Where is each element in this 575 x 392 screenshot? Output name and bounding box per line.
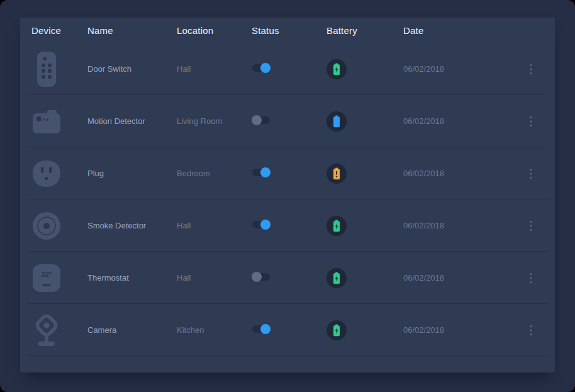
battery-indicator [327, 216, 347, 236]
row-menu-button[interactable] [523, 271, 539, 286]
row-menu-button[interactable] [523, 114, 539, 129]
table-row: Smoke Detector Hall 06/02/2018 [20, 199, 555, 252]
column-header-date: Date [403, 25, 513, 36]
status-toggle[interactable] [252, 167, 271, 177]
camera-icon [31, 313, 62, 348]
column-header-name: Name [87, 25, 177, 36]
table-row: Camera Kitchen 06/02/2018 [20, 304, 555, 356]
row-menu-button[interactable] [523, 166, 539, 181]
panel-bottom-padding [20, 356, 555, 372]
table-row: 32° Thermostat Hall 06/02/2018 [20, 252, 555, 304]
battery-alert-icon [332, 167, 341, 180]
battery-indicator [327, 59, 347, 79]
app-window: Device Name Location Status Battery Date… [0, 0, 575, 392]
device-date: 06/02/2018 [403, 221, 513, 230]
row-menu-button[interactable] [523, 62, 539, 77]
plug-icon [31, 160, 62, 188]
device-location: Hall [177, 221, 252, 230]
table-row: Motion Detector Living Room 06/02/2018 [20, 95, 555, 147]
battery-charging-icon [332, 63, 341, 76]
device-date: 06/02/2018 [403, 273, 513, 283]
battery-charging-icon [332, 272, 341, 284]
battery-indicator [327, 268, 347, 288]
device-date: 06/02/2018 [403, 325, 513, 335]
svg-text:32°: 32° [41, 271, 52, 278]
device-date: 06/02/2018 [403, 169, 513, 178]
table-row: Plug Bedroom 06/02/2018 [20, 147, 555, 199]
device-name: Motion Detector [87, 116, 177, 126]
battery-indicator [327, 320, 347, 340]
battery-charging-icon [332, 220, 341, 232]
row-menu-button[interactable] [523, 323, 539, 338]
device-location: Living Room [177, 116, 252, 126]
device-table-panel: Device Name Location Status Battery Date… [20, 18, 555, 372]
thermostat-icon: 32° [31, 264, 62, 293]
status-toggle[interactable] [252, 324, 271, 334]
battery-indicator [327, 111, 347, 132]
kebab-menu-icon [530, 325, 532, 336]
column-header-battery: Battery [327, 25, 403, 36]
smoke-detector-icon [31, 211, 62, 240]
kebab-menu-icon [530, 168, 532, 179]
device-location: Hall [177, 273, 252, 283]
door-switch-icon [31, 51, 62, 87]
device-date: 06/02/2018 [403, 64, 513, 74]
device-name: Door Switch [87, 64, 177, 74]
device-location: Hall [177, 64, 252, 74]
battery-charging-icon [332, 324, 341, 337]
motion-detector-icon [31, 108, 62, 135]
column-header-device: Device [31, 25, 87, 36]
table-header-row: Device Name Location Status Battery Date [20, 18, 555, 43]
kebab-menu-icon [530, 64, 532, 75]
kebab-menu-icon [530, 220, 532, 232]
device-name: Camera [87, 325, 177, 335]
status-toggle[interactable] [252, 220, 271, 230]
column-header-location: Location [177, 25, 252, 36]
device-name: Smoke Detector [87, 221, 177, 230]
device-location: Kitchen [177, 325, 252, 335]
device-date: 06/02/2018 [403, 116, 513, 126]
device-name: Plug [87, 169, 177, 178]
status-toggle[interactable] [252, 63, 271, 73]
row-menu-button[interactable] [523, 218, 539, 233]
row-divider [27, 356, 547, 356]
kebab-menu-icon [530, 116, 532, 127]
status-toggle[interactable] [252, 272, 271, 282]
battery-full-icon [332, 115, 341, 128]
device-location: Bedroom [177, 169, 252, 178]
column-header-status: Status [252, 25, 327, 36]
table-body: Door Switch Hall 06/02/2018 [20, 43, 555, 356]
device-name: Thermostat [87, 273, 177, 283]
status-toggle[interactable] [252, 115, 271, 125]
table-row: Door Switch Hall 06/02/2018 [20, 43, 555, 95]
kebab-menu-icon [530, 272, 532, 284]
battery-indicator [327, 164, 347, 184]
